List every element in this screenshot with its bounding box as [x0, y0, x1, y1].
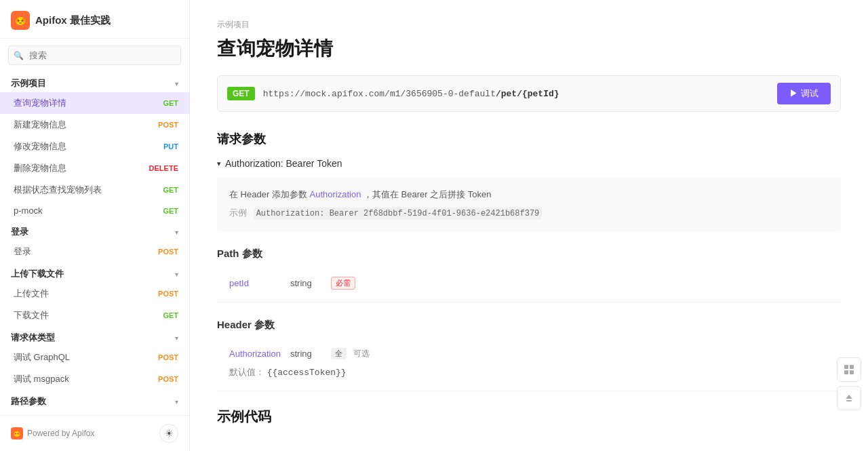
svg-rect-15 — [850, 370, 854, 374]
sidebar-item-upload[interactable]: 上传文件 POST — [0, 283, 189, 305]
example-label: 示例 — [229, 208, 247, 218]
sidebar-item-delete-pet[interactable]: 删除宠物信息 DELETE — [0, 157, 189, 179]
grid-icon-button[interactable] — [837, 357, 861, 382]
svg-point-10 — [16, 433, 16, 434]
chevron-down-icon: ▾ — [175, 398, 178, 406]
header-params-title: Header 参数 — [217, 319, 841, 332]
auth-link[interactable]: Authorization — [310, 189, 364, 199]
sidebar-item-create-pet[interactable]: 新建宠物信息 POST — [0, 114, 189, 136]
auth-info-box: 在 Header 添加参数 Authorization ，其值在 Bearer … — [217, 177, 841, 231]
sidebar-item-msgpack[interactable]: 调试 msgpack POST — [0, 368, 189, 390]
svg-point-4 — [18, 20, 20, 22]
sidebar-item-graphql[interactable]: 调试 GraphQL POST — [0, 347, 189, 368]
chevron-down-icon: ▾ — [217, 159, 221, 168]
sidebar-group-request-type[interactable]: 请求体类型 ▾ — [0, 326, 189, 347]
top-icon — [844, 393, 854, 403]
group-label: 路径参数 — [11, 395, 46, 408]
auth-section: ▾ Authorization: Bearer Token 在 Header 添… — [217, 158, 841, 231]
param-all-badge: 全 — [331, 348, 347, 359]
sidebar-item-login[interactable]: 登录 POST — [0, 241, 189, 262]
chevron-down-icon: ▾ — [175, 334, 178, 342]
param-default-row: 默认值： {{accessToken}} — [217, 366, 841, 385]
param-name: petId — [229, 278, 283, 288]
param-default-value: {{accessToken}} — [267, 368, 347, 378]
sidebar-group-path-params[interactable]: 路径参数 ▾ — [0, 390, 189, 410]
svg-point-11 — [18, 433, 18, 434]
sidebar: Apifox 最佳实践 🔍 示例项目 ▾ 查询宠物详情 GET 新建宠物信息 P… — [0, 0, 190, 451]
example-value: Authorization: Bearer 2f68dbbf-519d-4f01… — [254, 208, 542, 220]
page-title: 查询宠物详情 — [217, 36, 841, 62]
endpoint-url: https://mock.apifox.com/m1/3656905-0-def… — [263, 89, 770, 99]
group-label: 上传下载文件 — [11, 268, 64, 280]
svg-rect-12 — [844, 365, 848, 369]
param-optional-label: 可选 — [353, 348, 370, 359]
search-icon: 🔍 — [14, 51, 24, 60]
sidebar-item-query-pet[interactable]: 查询宠物详情 GET — [0, 92, 189, 114]
sidebar-group-examples[interactable]: 示例项目 ▾ — [0, 72, 189, 92]
sidebar-item-pmock[interactable]: p-mock GET — [0, 201, 189, 220]
chevron-down-icon: ▾ — [175, 271, 178, 278]
group-label: 登录 — [11, 226, 28, 238]
try-button[interactable]: ▶ 调试 — [777, 83, 831, 104]
svg-rect-16 — [846, 400, 852, 401]
app-logo-icon — [11, 11, 30, 30]
apifox-logo-icon — [11, 427, 23, 439]
param-name[interactable]: Authorization — [229, 349, 283, 359]
sidebar-item-download[interactable]: 下载文件 GET — [0, 305, 189, 326]
auth-header-label: Authorization: Bearer Token — [225, 158, 342, 169]
sidebar-item-update-pet[interactable]: 修改宠物信息 PUT — [0, 136, 189, 157]
method-badge: GET — [227, 87, 255, 100]
scroll-to-top-button[interactable] — [837, 386, 861, 410]
breadcrumb: 示例项目 — [217, 19, 841, 31]
float-panel — [837, 357, 861, 410]
svg-rect-14 — [844, 370, 848, 374]
theme-toggle-button[interactable]: ☀ — [159, 424, 178, 443]
grid-icon — [844, 364, 854, 375]
sidebar-footer: Powered by Apifox ☀ — [0, 415, 189, 451]
path-params-title: Path 参数 — [217, 248, 841, 260]
group-label: 示例项目 — [11, 77, 46, 90]
svg-rect-13 — [850, 365, 854, 369]
sidebar-group-upload[interactable]: 上传下载文件 ▾ — [0, 262, 189, 283]
header-param-row: Authorization string 全 可选 — [217, 341, 841, 366]
endpoint-bar: GET https://mock.apifox.com/m1/3656905-0… — [217, 75, 841, 112]
auth-collapse-header[interactable]: ▾ Authorization: Bearer Token — [217, 158, 841, 169]
param-required-badge: 必需 — [331, 277, 355, 290]
search-input[interactable] — [8, 45, 181, 65]
sidebar-group-login[interactable]: 登录 ▾ — [0, 220, 189, 241]
sidebar-item-find-pets[interactable]: 根据状态查找宠物列表 GET — [0, 179, 189, 201]
path-param-row: petId string 必需 — [217, 270, 841, 296]
sidebar-header: Apifox 最佳实践 — [0, 0, 189, 39]
param-type: string — [290, 278, 324, 288]
chevron-down-icon: ▾ — [175, 80, 178, 87]
example-code-title: 示例代码 — [217, 408, 841, 426]
main-content: 示例项目 查询宠物详情 GET https://mock.apifox.com/… — [190, 0, 868, 451]
svg-point-5 — [22, 20, 23, 22]
powered-by: Powered by Apifox — [11, 427, 94, 439]
group-label: 请求体类型 — [11, 332, 55, 344]
path-params-section: Path 参数 petId string 必需 — [217, 248, 841, 302]
header-params-section: Header 参数 Authorization string 全 可选 默认值：… — [217, 319, 841, 391]
app-title: Apifox 最佳实践 — [35, 14, 111, 27]
param-type: string — [290, 349, 324, 359]
search-container: 🔍 — [8, 45, 181, 65]
chevron-down-icon: ▾ — [175, 229, 178, 236]
request-params-title: 请求参数 — [217, 131, 841, 147]
